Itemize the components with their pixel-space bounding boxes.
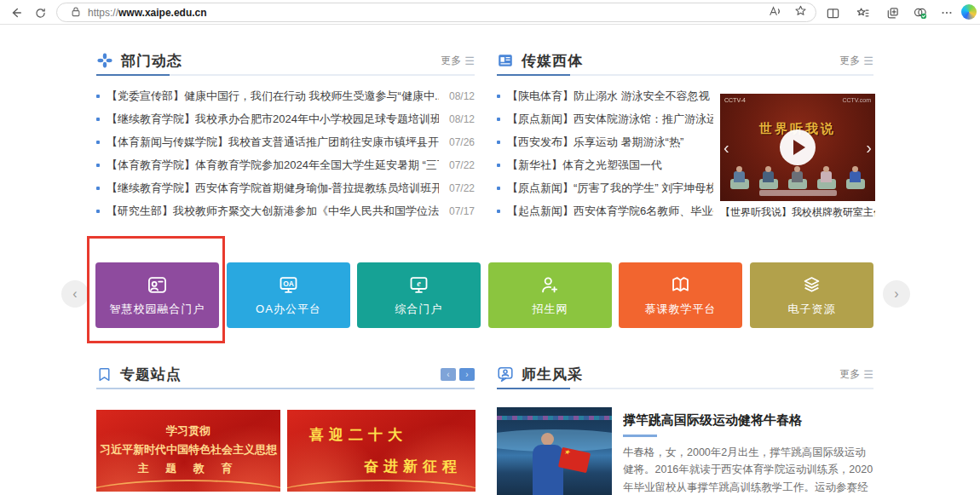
svg-text:e: e [417, 279, 421, 288]
banner-theme-education[interactable]: 学习贯彻 习近平新时代中国特色社会主义思想 主 题 教 育 [96, 410, 280, 492]
tile-mooc-platform[interactable]: 慕课教学平台 [619, 262, 742, 328]
play-button[interactable] [780, 130, 816, 165]
article-title[interactable]: 撑竿跳高国际级运动健将牛春格 [623, 412, 875, 429]
dept-news-list: 【党委宣传部】健康中国行，我们在行动 我校师生受邀参与“健康中...08/12 … [96, 84, 475, 222]
back-button[interactable] [7, 3, 26, 22]
news-item[interactable]: 【党委宣传部】健康中国行，我们在行动 我校师生受邀参与“健康中...08/12 [96, 84, 475, 107]
layers-icon [800, 273, 823, 296]
person-figure [788, 167, 807, 189]
split-screen-button[interactable] [823, 3, 842, 22]
news-item[interactable]: 【西安发布】乐享运动 暑期游泳“热” [497, 130, 713, 153]
tiles-next-button[interactable]: › [883, 280, 910, 308]
tile-portal[interactable]: e 综合门户 [357, 262, 481, 328]
open-book-icon [669, 273, 692, 296]
copilot-icon[interactable] [961, 4, 977, 20]
news-item[interactable]: 【原点新闻】“厉害了我的学生” 刘宇坤母校... [497, 176, 713, 199]
topics-pager: ‹ › [441, 368, 475, 381]
topics-prev-button[interactable]: ‹ [441, 368, 456, 381]
browser-essentials-icon [913, 6, 928, 20]
person-speech-bubble-icon [497, 365, 514, 383]
read-aloud-icon[interactable] [769, 5, 782, 20]
dept-news-title: 部门动态 [121, 51, 182, 71]
person-plus-icon [539, 273, 562, 296]
athlete-figure [541, 433, 554, 446]
tile-smart-campus-portal[interactable]: 智慧校园融合门户 [95, 262, 219, 328]
browser-monitor-icon: e [407, 273, 430, 296]
settings-more-button[interactable] [937, 3, 956, 22]
article-rule [623, 435, 657, 437]
browser-essentials-button[interactable] [911, 3, 930, 22]
stadium-lights [497, 416, 612, 420]
people-more[interactable]: 更多☰ [839, 367, 873, 382]
media-header: 传媒西体 更多☰ [497, 46, 873, 75]
video-thumbnail[interactable]: CCTV-4 CCTV.com 世界听我说 ‹ › [720, 94, 875, 201]
list-icon: ☰ [863, 368, 873, 381]
url-text[interactable]: https://www.xaipe.edu.cn [88, 7, 207, 19]
refresh-icon [34, 7, 47, 20]
refresh-button[interactable] [31, 3, 49, 22]
tiles-prev-button[interactable]: ‹ [61, 280, 89, 308]
person-figure [759, 167, 778, 189]
athlete-article: 撑竿跳高国际级运动健将牛春格 牛春格，女，2000年2月出生，撑竿跳高国际级运动… [623, 412, 875, 495]
news-item[interactable]: 【研究生部】我校教师齐聚交大创新港参加《中华人民共和国学位法...07/17 [96, 199, 475, 222]
news-item[interactable]: 【原点新闻】西安体院游泳馆：推广游泳运动 ... [497, 107, 713, 130]
pinwheel-icon [96, 52, 113, 69]
banner-decoration [287, 480, 476, 492]
split-screen-icon [826, 6, 840, 20]
athlete-photo[interactable] [497, 407, 612, 495]
athlete-figure [533, 445, 563, 495]
news-item[interactable]: 【继续教育学院】西安体育学院首期健身瑜伽-普拉提教练员培训班开班...07/22 [96, 176, 475, 199]
topics-title: 专题站点 [120, 365, 182, 384]
banner-decoration [96, 480, 280, 492]
newspaper-icon [497, 52, 514, 69]
news-item[interactable]: 【体育教育学院】体育教育学院参加2024年全国大学生延安暑期 “三下...07/… [96, 153, 475, 176]
lock-icon [71, 5, 81, 20]
favorite-star-icon[interactable] [794, 4, 807, 20]
media-more[interactable]: 更多☰ [839, 54, 873, 68]
news-item[interactable]: 【体育新闻与传媒学院】我校首支普通话推广团前往安康市镇坪县开展“推普助...07… [96, 130, 475, 153]
news-item[interactable]: 【陕电体育】防止溺水 游泳安全不容忽视！#... [497, 84, 713, 107]
people-divider [497, 388, 873, 389]
video-next-icon[interactable]: › [866, 139, 872, 156]
svg-text:OA: OA [283, 279, 294, 288]
favorites-list-icon [856, 6, 870, 20]
people-header: 师生风采 更多☰ [497, 360, 873, 389]
browser-toolbar: https://www.xaipe.edu.cn [0, 0, 980, 25]
news-item[interactable]: 【新华社】体育之光塑强国一代 [497, 153, 713, 176]
banner-20th-congress[interactable]: 喜迎二十大 奋进新征程 [287, 410, 476, 492]
news-item[interactable]: 【继续教育学院】我校承办合肥市2024年中小学校园足球专题培训班08/12 [96, 107, 475, 130]
media-news-list: 【陕电体育】防止溺水 游泳安全不容忽视！#... 【原点新闻】西安体院游泳馆：推… [497, 84, 713, 222]
list-icon: ☰ [863, 55, 873, 67]
news-item[interactable]: 【起点新闻】西安体育学院6名教师、毕业生征... [497, 199, 713, 222]
video-caption[interactable]: 【世界听我说】我校棋牌教研室主任李... [720, 205, 875, 220]
tv-watermark: CCTV.com [842, 97, 871, 103]
tile-oa-office[interactable]: OA OA办公平台 [227, 262, 350, 328]
oa-monitor-icon: OA [277, 273, 300, 296]
list-icon: ☰ [464, 55, 475, 67]
dept-news-header: 部门动态 更多☰ [96, 46, 475, 75]
dept-news-more[interactable]: 更多☰ [441, 54, 475, 68]
topics-next-button[interactable]: › [459, 368, 475, 381]
subtitle-bar [759, 190, 837, 196]
collections-button[interactable] [883, 3, 902, 22]
video-prev-icon[interactable]: ‹ [723, 139, 729, 156]
media-title: 传媒西体 [522, 51, 583, 71]
id-badge-person-icon [146, 273, 169, 296]
browser-window: https://www.xaipe.edu.cn [0, 0, 980, 495]
favorites-list-button[interactable] [853, 3, 872, 22]
person-figure [730, 167, 749, 189]
tv-channel-label: CCTV-4 [724, 97, 746, 103]
tile-admissions[interactable]: 招生网 [488, 262, 612, 328]
dept-news-divider [96, 74, 475, 76]
more-dots-icon [940, 6, 954, 20]
collections-icon [885, 6, 900, 20]
media-divider [497, 74, 873, 76]
address-bar[interactable]: https://www.xaipe.edu.cn [56, 3, 816, 22]
back-arrow-icon [9, 6, 23, 20]
stage-people [730, 164, 865, 189]
person-figure [817, 167, 836, 189]
article-body: 牛春格，女，2000年2月出生，撑竿跳高国际级运动健将。2016年就读于西安体育… [623, 444, 875, 495]
bookmark-icon [96, 366, 112, 383]
person-figure [846, 167, 865, 189]
tile-e-resources[interactable]: 电子资源 [750, 262, 873, 328]
